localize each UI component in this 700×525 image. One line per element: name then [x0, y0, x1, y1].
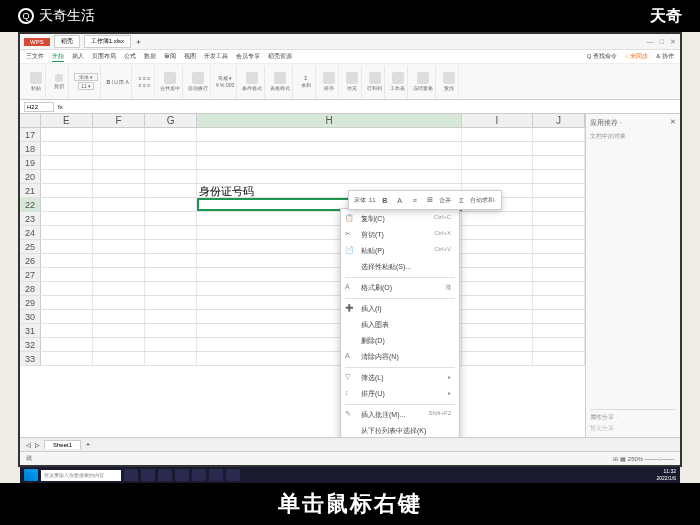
cell-E25[interactable] [41, 240, 93, 253]
cell-J19[interactable] [533, 156, 585, 169]
cell-G24[interactable] [145, 226, 197, 239]
mini-align[interactable]: ≡ [409, 194, 421, 206]
cell-J27[interactable] [533, 268, 585, 281]
search-commands[interactable]: Q 查找命令 [587, 52, 617, 61]
cell-I27[interactable] [462, 268, 533, 281]
ctx-复制C[interactable]: 📋复制(C)Ctrl+C [341, 211, 459, 227]
menu-insert[interactable]: 插入 [72, 52, 84, 61]
ctx-选择性粘贴S[interactable]: 选择性粘贴(S)... [341, 259, 459, 275]
sheet-nav-next[interactable]: ▷ [35, 441, 40, 448]
start-button[interactable] [24, 469, 38, 481]
cell-J18[interactable] [533, 142, 585, 155]
minimize-button[interactable]: — [647, 38, 654, 46]
docer-tab[interactable]: 稻壳 [54, 35, 80, 48]
cell-F18[interactable] [93, 142, 145, 155]
ribbon-sort[interactable]: 排序 [319, 66, 339, 98]
menu-formula[interactable]: 公式 [124, 52, 136, 61]
ctx-插入批注M[interactable]: ✎插入批注(M)...Shift+F2 [341, 407, 459, 423]
cell-E28[interactable] [41, 282, 93, 295]
cell-F21[interactable] [93, 184, 145, 197]
cell-F19[interactable] [93, 156, 145, 169]
cell-I31[interactable] [462, 324, 533, 337]
cell-E29[interactable] [41, 296, 93, 309]
cell-G22[interactable] [145, 198, 197, 211]
cell-F17[interactable] [93, 128, 145, 141]
menu-layout[interactable]: 页面布局 [92, 52, 116, 61]
side-panel-tab[interactable]: 应用推荐 · [590, 118, 622, 128]
cell-E22[interactable] [41, 198, 93, 211]
ctx-插入I[interactable]: ➕插入(I) [341, 301, 459, 317]
row-header-33[interactable]: 33 [20, 352, 41, 365]
cell-F32[interactable] [93, 338, 145, 351]
ribbon-align[interactable]: ≡ ≡ ≡≡ ≡ ≡ [135, 66, 155, 98]
ctx-筛选L[interactable]: ▽筛选(L)▸ [341, 370, 459, 386]
col-header-J[interactable]: J [533, 114, 585, 127]
taskbar-search[interactable]: 在这里输入你要搜索的内容 [41, 470, 121, 481]
taskbar-app-7[interactable] [226, 469, 240, 481]
cell-E32[interactable] [41, 338, 93, 351]
ctx-插入图表[interactable]: 插入图表 [341, 317, 459, 333]
col-header-I[interactable]: I [462, 114, 533, 127]
row-header-22[interactable]: 22 [20, 198, 41, 211]
row-header-31[interactable]: 31 [20, 324, 41, 337]
cell-E23[interactable] [41, 212, 93, 225]
cell-G33[interactable] [145, 352, 197, 365]
view-normal-icon[interactable]: ⊞ [613, 456, 618, 462]
menu-docer[interactable]: 稻壳资源 [268, 52, 292, 61]
taskbar-app-1[interactable] [124, 469, 138, 481]
cell-F29[interactable] [93, 296, 145, 309]
cell-F20[interactable] [93, 170, 145, 183]
row-header-20[interactable]: 20 [20, 170, 41, 183]
menu-view[interactable]: 视图 [184, 52, 196, 61]
ribbon-sum[interactable]: Σ求和 [296, 66, 316, 98]
cell-G31[interactable] [145, 324, 197, 337]
taskbar-app-6[interactable] [209, 469, 223, 481]
ribbon-find[interactable]: 查找 [439, 66, 459, 98]
cell-E18[interactable] [41, 142, 93, 155]
cell-F24[interactable] [93, 226, 145, 239]
spreadsheet-grid[interactable]: EFGHIJ 1718192021身份证号码222324252627282930… [20, 114, 585, 437]
ribbon-style[interactable]: 表格样式 [268, 66, 293, 98]
mini-merge[interactable]: 合并· [439, 194, 453, 206]
cell-G32[interactable] [145, 338, 197, 351]
cell-E26[interactable] [41, 254, 93, 267]
sheet-nav-prev[interactable]: ◁ [26, 441, 31, 448]
ctx-粘贴P[interactable]: 📄粘贴(P)Ctrl+V [341, 243, 459, 259]
row-header-17[interactable]: 17 [20, 128, 41, 141]
row-header-27[interactable]: 27 [20, 268, 41, 281]
add-sheet-button[interactable]: ＋ [85, 440, 91, 449]
ribbon-row[interactable]: 行和列 [365, 66, 385, 98]
ribbon-font[interactable]: 宋体 ▾11 ▾ [72, 66, 101, 98]
menu-file[interactable]: 三文件 [26, 52, 44, 61]
cell-F26[interactable] [93, 254, 145, 267]
cell-G26[interactable] [145, 254, 197, 267]
cell-G28[interactable] [145, 282, 197, 295]
cell-E24[interactable] [41, 226, 93, 239]
cell-G25[interactable] [145, 240, 197, 253]
col-header-H[interactable]: H [197, 114, 462, 127]
mini-size[interactable]: 11 [369, 194, 376, 206]
side-panel-close[interactable]: ✕ [670, 118, 676, 128]
menu-data[interactable]: 数据 [144, 52, 156, 61]
ctx-从下拉列表中选择K[interactable]: 从下拉列表中选择(K) [341, 423, 459, 437]
cell-E30[interactable] [41, 310, 93, 323]
cell-G18[interactable] [145, 142, 197, 155]
select-all-corner[interactable] [20, 114, 41, 127]
ribbon-wrap2[interactable]: 自动换行 [186, 66, 211, 98]
fx-icon[interactable]: fx [58, 104, 63, 110]
cell-J17[interactable] [533, 128, 585, 141]
cell-J31[interactable] [533, 324, 585, 337]
row-header-28[interactable]: 28 [20, 282, 41, 295]
taskbar-app-5[interactable] [192, 469, 206, 481]
mini-bold[interactable]: B [379, 194, 391, 206]
cell-I18[interactable] [462, 142, 533, 155]
cell-J28[interactable] [533, 282, 585, 295]
cell-G30[interactable] [145, 310, 197, 323]
cell-J22[interactable] [533, 198, 585, 211]
ribbon-cond[interactable]: 条件格式 [240, 66, 265, 98]
cell-G19[interactable] [145, 156, 197, 169]
taskbar-app-4[interactable] [175, 469, 189, 481]
ribbon-paste[interactable]: 粘贴 [26, 66, 46, 98]
cell-J20[interactable] [533, 170, 585, 183]
mini-autosum[interactable]: 自动求和· [470, 194, 496, 206]
